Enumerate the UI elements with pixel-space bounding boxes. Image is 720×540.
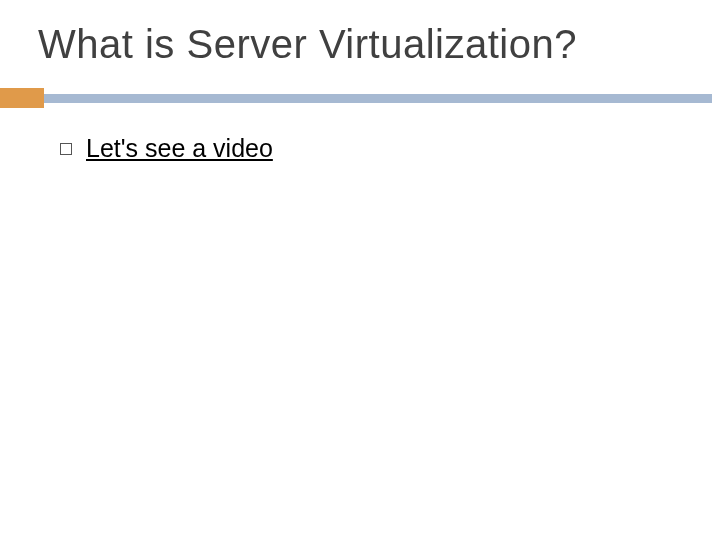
rule-main-bar [44, 94, 712, 103]
slide-title: What is Server Virtualization? [38, 22, 577, 67]
title-rule [0, 88, 720, 108]
rule-accent-block [0, 88, 44, 108]
video-link[interactable]: Let's see a video [86, 134, 273, 163]
square-bullet-icon [60, 143, 72, 155]
bullet-item: Let's see a video [60, 134, 273, 163]
